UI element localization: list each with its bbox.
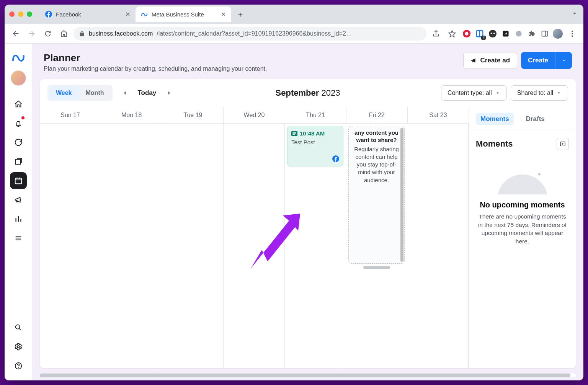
close-tab-icon[interactable]: ✕ — [125, 11, 130, 18]
facebook-badge-icon — [332, 155, 339, 162]
nav-notifications[interactable] — [10, 115, 27, 132]
new-tab-button[interactable]: ＋ — [234, 8, 247, 20]
side-panel-icon[interactable] — [540, 29, 550, 39]
calendar-header-row: Sun 17 Mon 18 Tue 19 Wed 20 Thu 21 Fri 2… — [40, 107, 469, 124]
nav-search[interactable] — [10, 319, 27, 336]
address-bar: business.facebook.com/latest/content_cal… — [5, 24, 583, 44]
nav-inbox[interactable] — [10, 134, 27, 151]
calendar-column[interactable] — [224, 124, 285, 368]
url-field[interactable]: business.facebook.com/latest/content_cal… — [74, 27, 426, 41]
calendar-column[interactable] — [40, 124, 101, 368]
nav-insights[interactable] — [10, 210, 27, 227]
megaphone-icon — [470, 57, 477, 64]
scheduled-post-card[interactable]: 10:48 AM Test Post — [287, 126, 343, 166]
tab-title: Facebook — [56, 11, 81, 18]
facebook-icon — [45, 11, 52, 18]
page-title: Planner — [44, 52, 267, 64]
tabs-overflow-icon[interactable] — [570, 9, 579, 19]
post-title: Test Post — [291, 139, 339, 145]
calendar-column[interactable] — [162, 124, 224, 368]
svg-point-19 — [15, 325, 20, 329]
horizontal-scrollbar-thumb[interactable] — [363, 266, 390, 269]
day-header: Tue 19 — [162, 107, 224, 123]
back-button[interactable] — [9, 27, 22, 40]
shared-to-filter[interactable]: Shared to: all — [511, 85, 568, 101]
calendar-column[interactable]: 10:48 AM Test Post — [285, 124, 346, 368]
tab-moments[interactable]: Moments — [476, 113, 514, 125]
moments-empty-state: No upcoming moments There are no upcomin… — [469, 152, 576, 253]
url-host: business.facebook.com — [89, 30, 153, 37]
calendar-column[interactable]: any content you want to share? Regularly… — [346, 124, 407, 368]
nav-content[interactable] — [10, 153, 27, 170]
schedule-hint-card[interactable]: any content you want to share? Regularly… — [348, 126, 405, 264]
post-time: 10:48 AM — [291, 130, 339, 137]
svg-rect-25 — [292, 132, 296, 132]
content-type-filter[interactable]: Content type: all — [441, 85, 507, 101]
horizontal-scrollbar[interactable] — [40, 374, 576, 377]
nav-help[interactable] — [10, 357, 27, 374]
prev-week-button[interactable] — [118, 86, 132, 100]
extension-icon[interactable] — [514, 29, 524, 39]
calendar-column[interactable] — [101, 124, 162, 368]
meta-icon — [141, 11, 148, 18]
svg-point-13 — [572, 35, 573, 37]
day-header: Sun 17 — [40, 107, 101, 123]
empty-body: There are no upcoming moments in the nex… — [477, 212, 567, 246]
close-window-icon[interactable] — [9, 11, 15, 17]
svg-rect-27 — [292, 134, 295, 135]
tab-facebook[interactable]: Facebook ✕ — [40, 7, 136, 22]
reload-button[interactable] — [41, 27, 54, 40]
nav-all-tools[interactable] — [10, 230, 27, 246]
tab-meta-business-suite[interactable]: Meta Business Suite ✕ — [136, 7, 231, 22]
star-bookmark-icon[interactable] — [446, 27, 459, 40]
extension-icon[interactable] — [488, 29, 498, 39]
account-avatar[interactable] — [11, 70, 26, 86]
nav-planner[interactable] — [10, 172, 27, 189]
day-header: Thu 21 — [285, 107, 346, 123]
extension-icon[interactable] — [462, 29, 472, 39]
svg-point-21 — [17, 346, 20, 348]
forward-button[interactable] — [25, 27, 38, 40]
extension-icon[interactable] — [501, 29, 511, 39]
view-month-button[interactable]: Month — [79, 86, 111, 100]
svg-point-8 — [516, 31, 522, 36]
page-header: Planner Plan your marketing calendar by … — [32, 44, 583, 79]
next-week-button[interactable] — [162, 86, 176, 100]
tab-title: Meta Business Suite — [152, 11, 204, 18]
empty-title: No upcoming moments — [477, 201, 567, 209]
lock-icon — [79, 31, 85, 37]
calendar-column[interactable] — [407, 124, 469, 368]
create-dropdown-button[interactable] — [555, 52, 572, 69]
svg-rect-26 — [292, 133, 296, 134]
meta-logo-icon[interactable] — [11, 50, 26, 65]
svg-point-11 — [572, 30, 573, 32]
create-ad-button[interactable]: Create ad — [463, 52, 517, 69]
nav-settings[interactable] — [10, 338, 27, 355]
calendar-body: 10:48 AM Test Post any — [40, 124, 469, 368]
day-header: Fri 22 — [346, 107, 408, 123]
url-path: /latest/content_calendar?asset_id=910919… — [157, 30, 352, 37]
create-split-button: Create — [521, 52, 572, 69]
maximize-window-icon[interactable] — [27, 11, 32, 17]
calendar-toolbar: Week Month Today September 2023 Content … — [40, 79, 576, 107]
nav-home[interactable] — [10, 96, 27, 113]
home-button[interactable] — [57, 27, 70, 40]
minimize-window-icon[interactable] — [18, 11, 23, 17]
moments-heading: Moments — [476, 139, 513, 149]
kebab-menu-icon[interactable] — [566, 27, 579, 40]
page-subtitle: Plan your marketing calendar by creating… — [44, 65, 267, 72]
view-week-button[interactable]: Week — [49, 86, 79, 100]
profile-avatar-icon[interactable] — [553, 29, 563, 39]
tab-drafts[interactable]: Drafts — [521, 113, 549, 125]
share-icon[interactable] — [430, 27, 443, 40]
add-moment-button[interactable] — [557, 138, 569, 150]
extensions-menu-icon[interactable] — [527, 29, 537, 39]
close-tab-icon[interactable]: ✕ — [221, 11, 226, 18]
scrollbar[interactable] — [400, 128, 403, 262]
today-button[interactable]: Today — [133, 89, 161, 97]
day-header: Mon 18 — [101, 107, 162, 123]
day-header: Sat 23 — [408, 107, 469, 123]
nav-ads[interactable] — [10, 191, 27, 208]
create-button[interactable]: Create — [521, 52, 555, 69]
extension-icon[interactable]: 2 — [475, 29, 485, 39]
